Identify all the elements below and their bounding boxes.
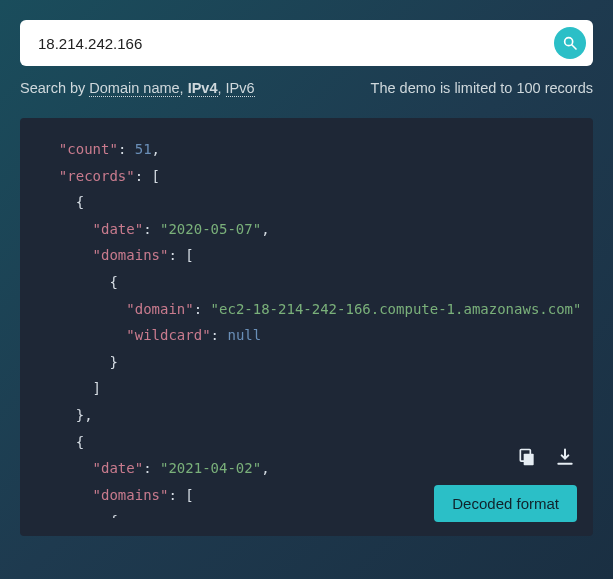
code-line: "date": "2020-05-07", bbox=[42, 216, 579, 243]
link-ipv6[interactable]: IPv6 bbox=[226, 80, 255, 97]
code-actions bbox=[515, 445, 577, 472]
code-line: "wildcard": null bbox=[42, 322, 579, 349]
link-domain-name[interactable]: Domain name bbox=[89, 80, 179, 97]
hint-sep: , bbox=[180, 80, 188, 96]
decoded-format-button[interactable]: Decoded format bbox=[434, 485, 577, 522]
code-scroll[interactable]: "count": 51, "records": [ { "date": "202… bbox=[42, 136, 579, 518]
code-line: { bbox=[42, 269, 579, 296]
search-button[interactable] bbox=[554, 27, 586, 59]
hint-sep: , bbox=[218, 80, 226, 96]
copy-button[interactable] bbox=[515, 445, 539, 472]
link-ipv4[interactable]: IPv4 bbox=[188, 80, 218, 97]
search-icon bbox=[562, 35, 578, 51]
search-bar bbox=[20, 20, 593, 66]
hint-prefix: Search by bbox=[20, 80, 89, 96]
svg-line-1 bbox=[572, 45, 576, 49]
code-line: { bbox=[42, 189, 579, 216]
code-line: "records": [ bbox=[42, 163, 579, 190]
copy-icon bbox=[517, 447, 537, 467]
code-line: "count": 51, bbox=[42, 136, 579, 163]
limit-text: The demo is limited to 100 records bbox=[371, 80, 593, 96]
code-line: ] bbox=[42, 375, 579, 402]
search-input[interactable] bbox=[20, 20, 593, 66]
search-hint: Search by Domain name, IPv4, IPv6 bbox=[20, 80, 255, 96]
download-icon bbox=[555, 447, 575, 467]
code-line: "domains": [ bbox=[42, 242, 579, 269]
code-line: { bbox=[42, 429, 579, 456]
svg-rect-2 bbox=[524, 454, 534, 466]
hint-row: Search by Domain name, IPv4, IPv6 The de… bbox=[20, 80, 593, 96]
code-line: "domain": "ec2-18-214-242-166.compute-1.… bbox=[42, 296, 579, 323]
code-line: }, bbox=[42, 402, 579, 429]
code-line: } bbox=[42, 349, 579, 376]
code-panel: "count": 51, "records": [ { "date": "202… bbox=[20, 118, 593, 536]
download-button[interactable] bbox=[553, 445, 577, 472]
code-line: "date": "2021-04-02", bbox=[42, 455, 579, 482]
